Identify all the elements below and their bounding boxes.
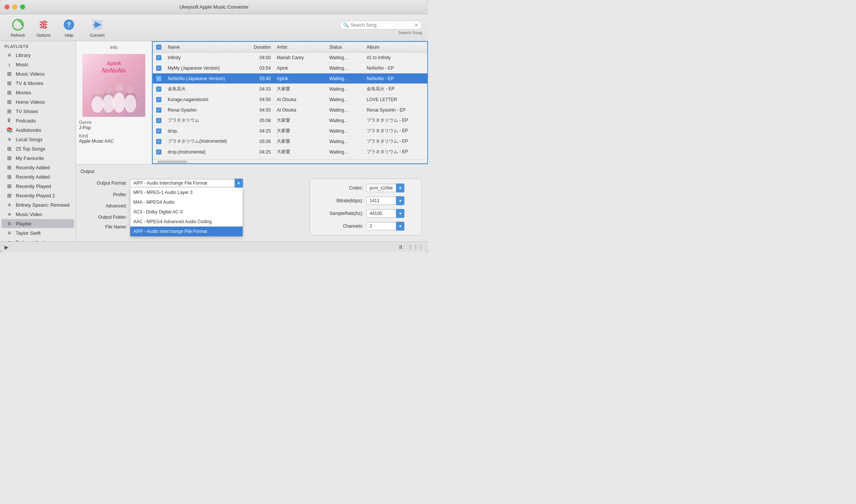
playlist-icon: ≡ <box>6 221 13 227</box>
minimize-button[interactable] <box>12 4 17 9</box>
codec-dropdown-arrow[interactable]: ▼ <box>396 183 404 192</box>
sidebar-item-home-videos[interactable]: ⊞ Home Videos <box>1 97 74 106</box>
sidebar-item-local-songs[interactable]: ≡ Local Songs <box>1 135 74 144</box>
row-duration: 03:40 <box>248 76 274 81</box>
bottom-section: Output: Output Format: AIFF - Audio Inte… <box>76 164 428 242</box>
select-all-checkbox[interactable] <box>156 45 161 50</box>
output-format-value: AIFF - Audio Interchange File Format <box>130 179 235 187</box>
sidebar-item-music[interactable]: ♪ Music <box>1 60 74 69</box>
format-option-aac[interactable]: AAC - MPEG4-Advanced Audio Coding <box>130 217 243 227</box>
row-name: プラネタリウム <box>165 117 248 124</box>
sidebar-item-library[interactable]: ≡ Library <box>1 51 74 60</box>
svg-point-5 <box>43 21 46 23</box>
close-button[interactable] <box>4 4 9 9</box>
row-checkbox[interactable] <box>156 55 161 60</box>
row-duration: 03:54 <box>248 66 274 71</box>
table-row[interactable]: 金魚花火 04:33 大家愛 Waiting... 金魚花火 - EP <box>153 84 427 94</box>
sidebar-item-podcasts[interactable]: 🎙 Podcasts <box>1 116 74 125</box>
row-checkbox[interactable] <box>156 97 161 102</box>
row-checkbox[interactable] <box>156 76 161 81</box>
table-row[interactable]: drop. 04:25 大家愛 Waiting... プラネタリウム - EP <box>153 126 427 136</box>
sidebar-item-audiobooks[interactable]: 📚 Audiobooks <box>1 125 74 134</box>
table-row[interactable]: drop.(Instrumental) 04:25 大家愛 Waiting...… <box>153 147 427 157</box>
row-duration: 04:25 <box>248 128 274 134</box>
help-button[interactable]: ? Help <box>57 16 81 39</box>
bitrate-dropdown: 1411 ▼ <box>366 196 404 205</box>
right-settings-panel: Codec: pcm_s16be ▼ Bitrate(kbps): 1411 ▼ <box>310 179 422 236</box>
search-clear-icon[interactable]: ✕ <box>414 22 419 28</box>
row-duration: 04:00 <box>248 55 274 60</box>
row-status: Waiting... <box>326 107 364 113</box>
col-header-artist: Artist <box>274 45 326 50</box>
row-artist: 大家愛 <box>274 117 326 124</box>
format-option-ac3[interactable]: AC3 - Dolby Digital AC-3 <box>130 207 243 217</box>
options-button[interactable]: Options <box>31 16 55 39</box>
sidebar-item-music-videos[interactable]: ⊞ Music Videos <box>1 69 74 78</box>
sidebar-item-my-favourite[interactable]: ⊞ My Favourite <box>1 154 74 163</box>
format-option-aiff[interactable]: AIFF - Audio Interchange File Format <box>130 227 243 236</box>
sidebar-item-recently-added-2[interactable]: ⊞ Recently Added <box>1 172 74 181</box>
sidebar-item-music-video[interactable]: ≡ Music Video <box>1 210 74 219</box>
pause-icon[interactable]: ⏸ <box>398 244 403 250</box>
row-name: Renai Syashin <box>165 107 248 113</box>
genre-label: Genre <box>79 120 149 125</box>
columns-icon[interactable]: ⋮⋮⋮ <box>408 244 424 250</box>
table-row[interactable]: Renai Syashin 04:55 Ai Otsuka Waiting...… <box>153 105 427 115</box>
table-row[interactable]: NoNoNo (Japanese Version) 03:40 Apink Wa… <box>153 73 427 84</box>
row-artist: 大家愛 <box>274 86 326 92</box>
samplerate-label: SampleRate(hz): <box>315 211 363 216</box>
bitrate-dropdown-arrow[interactable]: ▼ <box>396 196 404 205</box>
table-row[interactable]: プラネタリウム(Instrumental) 05:06 大家愛 Waiting.… <box>153 136 427 147</box>
sidebar-item-25-top-songs[interactable]: ⊞ 25 Top Songs <box>1 144 74 153</box>
table-row[interactable]: Infinity 04:00 Mariah Carey Waiting... #… <box>153 52 427 63</box>
row-album: Renai Syashin - EP <box>364 107 427 113</box>
col-header-album: Album <box>364 45 427 50</box>
row-status: Waiting... <box>326 86 364 92</box>
row-checkbox[interactable] <box>156 128 161 134</box>
table-row[interactable]: Kurage,nagareboshi 04:56 Ai Otsuka Waiti… <box>153 94 427 105</box>
row-checkbox[interactable] <box>156 66 161 71</box>
sidebar-item-label: Audiobooks <box>16 127 41 133</box>
sidebar-item-tv-movies[interactable]: ⊞ TV & Movies <box>1 79 74 88</box>
output-format-dropdown-arrow[interactable]: ▼ <box>235 179 243 188</box>
row-checkbox[interactable] <box>156 149 161 155</box>
bottom-bar: ▶ ⏸ ⋮⋮⋮ <box>0 242 428 252</box>
search-input[interactable] <box>350 22 414 28</box>
sidebar-item-recently-added-1[interactable]: ⊞ Recently Added <box>1 163 74 172</box>
format-option-m4a[interactable]: M4A - MPEG4 Audio <box>130 197 243 207</box>
maximize-button[interactable] <box>20 4 25 9</box>
play-icon[interactable]: ▶ <box>4 244 9 250</box>
output-format-label: Output Format: <box>82 180 127 186</box>
sidebar-item-playlist[interactable]: ≡ Playlist <box>1 219 74 228</box>
sidebar-item-today-apple[interactable]: ≡ Today at Apple <box>1 238 74 242</box>
samplerate-dropdown-arrow[interactable]: ▼ <box>396 209 404 218</box>
svg-point-27 <box>124 95 136 113</box>
refresh-button[interactable]: Refresh <box>6 16 30 39</box>
row-artist: Apink <box>274 76 326 81</box>
sidebar-item-tv-shows[interactable]: ⊞ TV Shows <box>1 107 74 116</box>
music-video-icon: ≡ <box>6 211 13 217</box>
output-format-dropdown-wrapper: AIFF - Audio Interchange File Format ▼ M… <box>130 179 243 188</box>
row-checkbox[interactable] <box>156 107 161 113</box>
format-option-mp3[interactable]: MP3 - MPEG-1 Audio Layer 3 <box>130 188 243 197</box>
window-title: Ukeysoft Apple Music Converter <box>179 4 249 10</box>
row-name: NoNoNo (Japanese Version) <box>165 76 248 81</box>
sidebar-item-label: My Favourite <box>16 155 44 161</box>
row-checkbox[interactable] <box>156 118 161 123</box>
sidebar-item-britney-spears[interactable]: ≡ Britney Spears: Remixed <box>1 200 74 209</box>
row-checkbox[interactable] <box>156 86 161 92</box>
channels-dropdown-arrow[interactable]: ▼ <box>396 222 404 231</box>
sidebar-item-movies[interactable]: ⊞ Movies <box>1 88 74 97</box>
sidebar-item-recently-played-2[interactable]: ⊞ Recently Played 2 <box>1 191 74 200</box>
row-checkbox[interactable] <box>156 139 161 144</box>
genre-field: Genre J-Pop <box>79 120 149 130</box>
sidebar-header: Playlists <box>0 41 76 50</box>
convert-button[interactable]: Convert <box>82 16 112 39</box>
channels-dropdown: 2 ▼ <box>366 222 404 231</box>
table-row[interactable]: プラネタリウム 05:08 大家愛 Waiting... プラネタリウム - E… <box>153 115 427 126</box>
table-row[interactable]: MyMy (Japanese Version) 03:54 Apink Wait… <box>153 63 427 73</box>
row-artist: Ai Otsuka <box>274 97 326 102</box>
search-icon: 🔍 <box>343 22 349 28</box>
sidebar-item-recently-played-1[interactable]: ⊞ Recently Played <box>1 182 74 191</box>
sidebar-item-taylor-swift[interactable]: ≡ Taylor Swift <box>1 228 74 237</box>
